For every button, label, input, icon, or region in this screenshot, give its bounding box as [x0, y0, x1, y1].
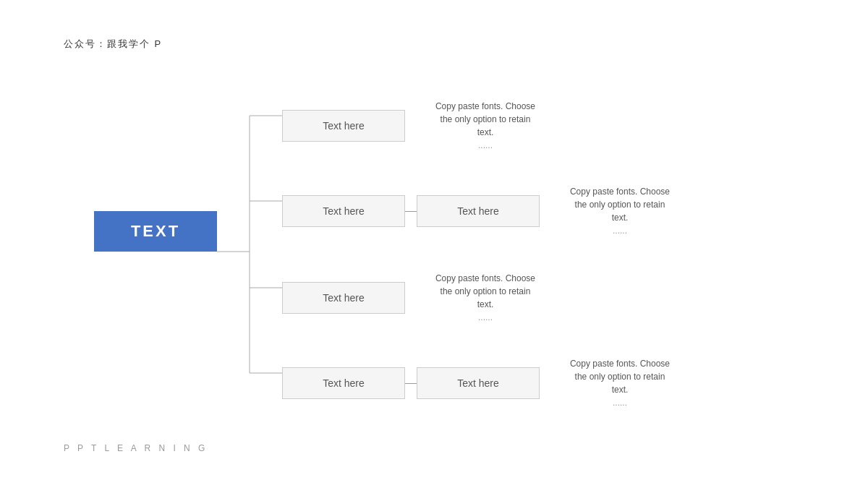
branch-4-desc: Copy paste fonts. Choose the only option… [566, 357, 674, 409]
branch-2-level1-box: Text here [282, 195, 405, 227]
branch-3-desc: Copy paste fonts. Choose the only option… [431, 272, 540, 324]
branch-2-level1-label: Text here [323, 205, 365, 217]
branch-4-level2-label: Text here [457, 377, 499, 389]
branch-row-3: Text here Copy paste fonts. Choose the o… [282, 272, 527, 324]
branch-2-level2-box: Text here [417, 195, 540, 227]
root-label: TEXT [131, 222, 180, 241]
branch-row-1: Text here Copy paste fonts. Choose the o… [282, 100, 527, 152]
branch-2-desc: Copy paste fonts. Choose the only option… [566, 185, 674, 237]
branch-1-desc: Copy paste fonts. Choose the only option… [431, 100, 540, 152]
branch-1-level1-box: Text here [282, 110, 405, 142]
branch-4-level1-label: Text here [323, 377, 365, 389]
root-node: TEXT [94, 211, 217, 252]
branch-1-level1-label: Text here [323, 120, 365, 132]
branch-3-level1-label: Text here [323, 292, 365, 304]
branch-3-level1-box: Text here [282, 282, 405, 314]
watermark-bottom: P P T L E A R N I N G [64, 443, 208, 453]
branch-2-connector [405, 211, 417, 212]
branch-4-connector [405, 383, 417, 384]
branch-4-level1-box: Text here [282, 367, 405, 399]
branch-row-4: Text here Text here Copy paste fonts. Ch… [282, 357, 668, 409]
branch-4-level2-box: Text here [417, 367, 540, 399]
branch-row-2: Text here Text here Copy paste fonts. Ch… [282, 185, 668, 237]
watermark-top: 公众号：跟我学个 P [64, 38, 162, 51]
branch-2-level2-label: Text here [457, 205, 499, 217]
